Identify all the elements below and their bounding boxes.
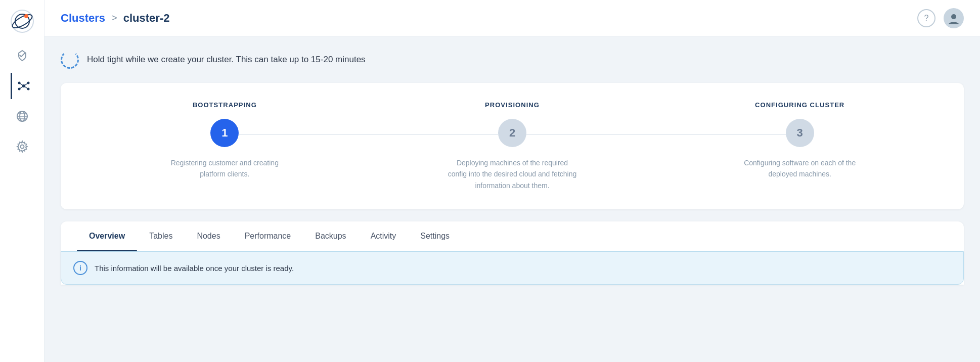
loading-banner: Hold tight while we create your cluster.… [61, 49, 964, 71]
step-3-number: 3 [797, 126, 803, 140]
step-provisioning: PROVISIONING 2 Deploying machines of the… [369, 101, 656, 191]
main-content: Clusters > cluster-2 ? Hold tight while … [44, 0, 980, 362]
tab-backups[interactable]: Backups [303, 221, 358, 251]
help-button[interactable]: ? [917, 9, 936, 27]
step-3-circle: 3 [786, 119, 814, 147]
tab-nodes-label: Nodes [197, 232, 220, 240]
tab-nodes[interactable]: Nodes [185, 221, 232, 251]
step-2-circle: 2 [498, 119, 526, 147]
tab-settings-label: Settings [420, 232, 450, 240]
breadcrumb: Clusters > cluster-2 [61, 12, 169, 25]
tab-activity[interactable]: Activity [359, 221, 409, 251]
svg-point-2 [10, 12, 33, 30]
step-1-label: BOOTSTRAPPING [193, 101, 257, 109]
tab-performance-label: Performance [245, 232, 291, 240]
sidebar-logo[interactable] [9, 8, 35, 34]
svg-point-18 [20, 145, 24, 149]
tab-tables[interactable]: Tables [137, 221, 185, 251]
svg-line-9 [19, 83, 24, 86]
user-avatar[interactable] [944, 8, 964, 28]
step-3-label: CONFIGURING CLUSTER [755, 101, 844, 109]
svg-line-11 [19, 86, 24, 89]
loading-spinner [61, 51, 79, 69]
step-2-number: 2 [509, 126, 515, 140]
step-1-number: 1 [221, 126, 228, 140]
tab-activity-label: Activity [371, 232, 396, 240]
info-icon: i [73, 261, 87, 275]
step-1-description: Registering customer and creating platfo… [159, 157, 290, 180]
header-actions: ? [917, 8, 964, 28]
svg-line-10 [24, 83, 28, 86]
info-banner: i This information will be available onc… [61, 251, 964, 285]
breadcrumb-separator: > [111, 12, 117, 24]
page-header: Clusters > cluster-2 ? [44, 0, 980, 36]
sidebar-item-clusters[interactable] [11, 73, 35, 99]
svg-line-12 [24, 86, 28, 89]
step-2-description: Deploying machines of the required confi… [447, 157, 578, 191]
tab-settings[interactable]: Settings [408, 221, 462, 251]
content-area: Hold tight while we create your cluster.… [44, 36, 980, 362]
tabs-section: Overview Tables Nodes Performance Backup… [61, 221, 964, 285]
info-banner-text: This information will be available once … [95, 264, 294, 273]
step-configuring: CONFIGURING CLUSTER 3 Configuring softwa… [656, 101, 944, 180]
help-icon: ? [924, 14, 929, 23]
step-3-description: Configuring software on each of the depl… [734, 157, 866, 180]
sidebar-item-settings[interactable] [9, 133, 35, 160]
steps-card: BOOTSTRAPPING 1 Registering customer and… [61, 83, 964, 209]
step-2-label: PROVISIONING [485, 101, 540, 109]
svg-point-0 [11, 10, 33, 32]
tabs-header: Overview Tables Nodes Performance Backup… [61, 221, 964, 251]
tab-overview-label: Overview [89, 232, 125, 240]
sidebar [0, 0, 44, 362]
breadcrumb-current-page: cluster-2 [123, 12, 170, 25]
loading-text: Hold tight while we create your cluster.… [87, 55, 366, 65]
steps-container: BOOTSTRAPPING 1 Registering customer and… [81, 101, 944, 191]
tab-performance[interactable]: Performance [233, 221, 303, 251]
step-1-circle: 1 [210, 119, 239, 147]
svg-point-19 [951, 14, 956, 19]
tab-tables-label: Tables [149, 232, 172, 240]
sidebar-item-global[interactable] [9, 103, 35, 129]
breadcrumb-clusters-link[interactable]: Clusters [61, 12, 105, 25]
tab-backups-label: Backups [315, 232, 346, 240]
sidebar-item-deployments[interactable] [9, 42, 35, 69]
tab-overview[interactable]: Overview [77, 221, 137, 251]
step-bootstrapping: BOOTSTRAPPING 1 Registering customer and… [81, 101, 369, 180]
